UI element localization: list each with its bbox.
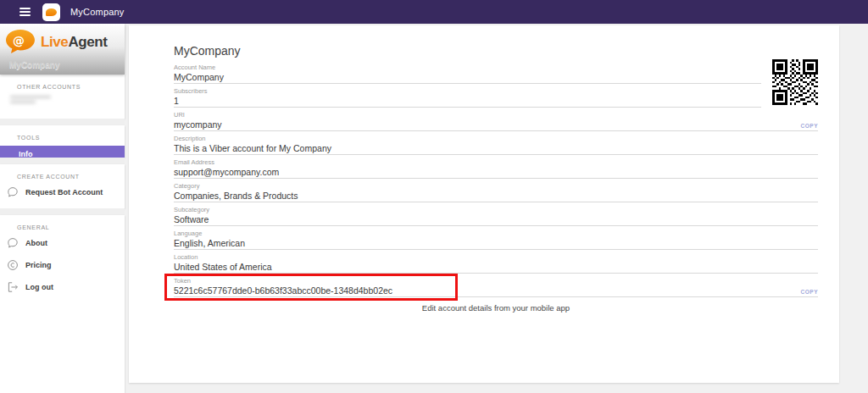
field-label: Account Name (174, 64, 761, 71)
section-header: GENERAL (0, 215, 125, 234)
field-label: Language (174, 230, 818, 237)
field-label: Email Address (174, 159, 818, 166)
field-subscribers: Subscribers 1 (174, 88, 761, 108)
field-language: Language English, American (174, 230, 818, 250)
field-label: Subcategory (174, 207, 818, 213)
sidebar-section-general: GENERAL About Pricing (0, 215, 125, 393)
sidebar-section-create-account: CREATE ACCOUNT Request Bot Account (0, 164, 125, 208)
field-email-address: Email Address support@mycompany.com (174, 159, 818, 179)
sidebar-item-label: Log out (25, 283, 53, 291)
viber-bubble-icon (7, 186, 19, 198)
field-token: Token 5221c6c57767dde0-b6b63f33abcc00be-… (174, 278, 818, 297)
sidebar-section-other-accounts: OTHER ACCOUNTS (0, 75, 125, 119)
field-category: Category Companies, Brands & Products (174, 183, 818, 202)
field-value: mycompany (174, 119, 818, 131)
field-value: English, American (174, 237, 818, 250)
svg-text:@: @ (13, 34, 25, 47)
field-subcategory: Subcategory Software (174, 207, 818, 226)
account-avatar[interactable] (42, 3, 60, 21)
sidebar-item-about[interactable]: About (0, 234, 125, 252)
sidebar-logo-panel: @ LiveAgent MyCompany (0, 24, 125, 75)
sidebar-item-label: Request Bot Account (25, 188, 103, 196)
sidebar-item-log-out[interactable]: Log out (0, 278, 125, 296)
field-value: MyCompany (174, 71, 761, 84)
logo-watermark: MyCompany (9, 60, 59, 69)
menu-icon[interactable] (19, 6, 31, 18)
liveagent-logo-icon: @ (4, 29, 38, 56)
liveagent-wordmark: LiveAgent (41, 34, 108, 51)
logout-icon (7, 281, 19, 293)
qr-code (772, 59, 818, 105)
field-value: Software (174, 213, 818, 226)
viber-bubble-icon (7, 237, 19, 249)
page-title: MyCompany (174, 44, 818, 58)
field-uri: URI mycompany COPY (174, 112, 818, 131)
field-value: This is a Viber account for My Company (174, 142, 818, 155)
field-label: URI (174, 112, 818, 119)
field-value: support@mycompany.com (174, 166, 818, 179)
field-label: Subscribers (174, 88, 761, 95)
mobile-edit-note: Edit account details from your mobile ap… (174, 303, 818, 313)
topbar-account-name: MyCompany (70, 7, 125, 17)
redacted-account-item[interactable] (10, 96, 51, 103)
sidebar-item-label: About (25, 239, 47, 247)
field-location: Location United States of America (174, 254, 818, 274)
section-header: CREATE ACCOUNT (0, 164, 125, 183)
section-header: OTHER ACCOUNTS (0, 75, 125, 93)
field-label: Token (174, 278, 818, 285)
field-value: 1 (174, 95, 761, 108)
copy-uri-button[interactable]: COPY (798, 123, 818, 129)
sidebar-section-tools: TOOLS Info (0, 125, 125, 158)
copy-token-button[interactable]: COPY (798, 289, 818, 295)
section-header: TOOLS (0, 125, 125, 144)
field-value: 5221c6c57767dde0-b6b63f33abcc00be-1348d4… (174, 285, 818, 297)
field-value: United States of America (174, 261, 818, 274)
sidebar-item-pricing[interactable]: Pricing (0, 256, 125, 274)
field-value: Companies, Brands & Products (174, 190, 818, 202)
sidebar-item-request-bot-account[interactable]: Request Bot Account (0, 183, 125, 202)
field-label: Description (174, 136, 818, 142)
brand-logo-icon (46, 8, 57, 16)
top-app-bar: MyCompany (0, 0, 868, 24)
field-account-name: Account Name MyCompany (174, 64, 761, 84)
coin-icon (7, 259, 19, 271)
field-label: Location (174, 254, 818, 261)
field-label: Category (174, 183, 818, 190)
field-description: Description This is a Viber account for … (174, 136, 818, 155)
account-details-card: MyCompany Account Name MyCompany Subscri… (129, 25, 839, 383)
sidebar: @ LiveAgent MyCompany OTHER ACCOUNTS TOO… (0, 24, 125, 393)
sidebar-item-label: Pricing (25, 261, 52, 269)
